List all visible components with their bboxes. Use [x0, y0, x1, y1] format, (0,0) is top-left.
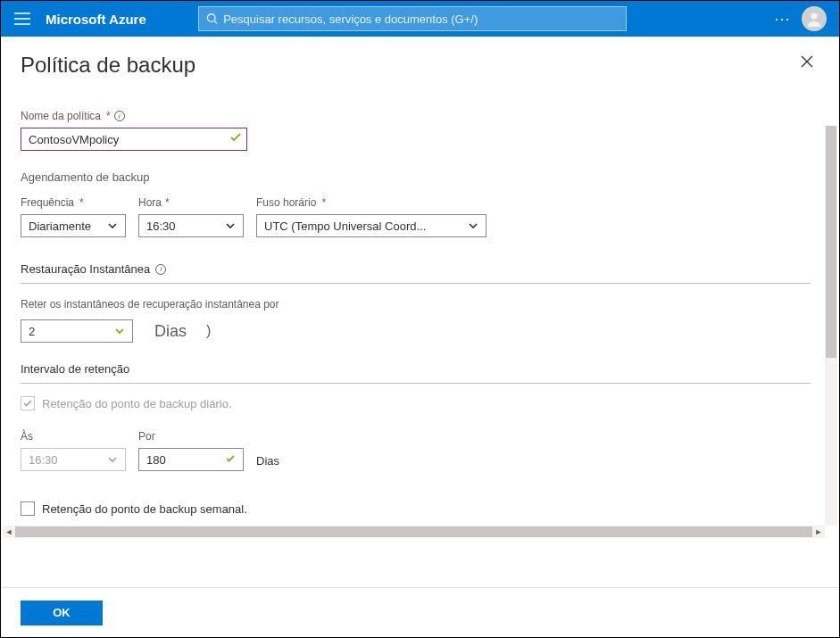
- blade-body: Política de backup Nome da política* i A…: [1, 37, 839, 588]
- time-value: 16:30: [146, 220, 176, 233]
- brand-label: Microsoft Azure: [40, 12, 162, 27]
- daily-retention-checkbox: [21, 396, 35, 410]
- frequency-value: Diariamente: [29, 220, 91, 233]
- info-icon[interactable]: i: [155, 264, 166, 275]
- policy-name-input[interactable]: [21, 128, 247, 151]
- scroll-left-arrow[interactable]: ◄: [3, 526, 15, 538]
- timezone-value: UTC (Tempo Universal Coord...: [264, 220, 426, 233]
- retention-heading: Intervalo de retenção: [21, 362, 811, 384]
- info-icon[interactable]: i: [114, 111, 125, 121]
- at-select: 16:30: [21, 448, 126, 471]
- timezone-select[interactable]: UTC (Tempo Universal Coord...: [256, 214, 487, 237]
- check-icon: [225, 453, 236, 467]
- search-icon: [206, 12, 218, 25]
- instant-restore-value: 2: [29, 325, 35, 338]
- for-label: Por: [138, 430, 244, 443]
- scrollbar-thumb[interactable]: [15, 526, 812, 537]
- weekly-retention-label: Retenção do ponto de backup semanal.: [42, 502, 247, 516]
- chevron-down-icon: [468, 220, 478, 231]
- blade-footer: OK: [1, 587, 839, 637]
- frequency-select[interactable]: Diariamente: [21, 214, 126, 237]
- daily-retention-label: Retenção do ponto de backup diário.: [42, 397, 232, 410]
- header-more-button[interactable]: ⋯: [766, 9, 798, 29]
- required-asterisk: *: [106, 110, 111, 122]
- chevron-down-icon: [107, 220, 118, 231]
- scroll-right-arrow[interactable]: ►: [812, 526, 825, 538]
- at-label: Às: [21, 430, 126, 443]
- chevron-down-icon: [107, 454, 118, 465]
- schedule-heading: Agendamento de backup: [21, 170, 819, 184]
- vertical-scrollbar[interactable]: [825, 126, 837, 526]
- close-button[interactable]: [800, 54, 814, 72]
- ok-button[interactable]: OK: [21, 601, 103, 626]
- svg-point-1: [811, 13, 818, 20]
- chevron-down-icon: [225, 220, 236, 231]
- chevron-down-icon: [114, 326, 125, 336]
- user-icon: [805, 10, 823, 28]
- hamburger-menu-button[interactable]: [4, 1, 40, 37]
- top-header: Microsoft Azure ⋯: [1, 1, 839, 37]
- timezone-label: Fuso horário*: [256, 196, 487, 209]
- time-label: Hora*: [138, 196, 244, 209]
- instant-restore-heading: Restauração Instantânea i: [21, 262, 811, 284]
- hamburger-icon: [14, 12, 30, 25]
- paren-text: ): [206, 323, 211, 339]
- weekly-retention-checkbox[interactable]: [21, 501, 35, 516]
- avatar[interactable]: [802, 6, 827, 31]
- search-box[interactable]: [198, 6, 627, 31]
- at-value: 16:30: [29, 453, 58, 467]
- check-icon: [22, 398, 33, 409]
- for-unit-label: Dias: [256, 454, 279, 468]
- for-input[interactable]: 180: [138, 448, 244, 471]
- policy-name-label: Nome da política* i: [21, 110, 819, 122]
- search-input[interactable]: [223, 12, 619, 26]
- blade-title: Política de backup: [21, 53, 819, 78]
- frequency-label: Frequência*: [21, 196, 126, 209]
- instant-restore-label: Reter os instantâneos de recuperação ins…: [21, 298, 819, 311]
- instant-restore-days-select[interactable]: 2: [21, 319, 133, 343]
- close-icon: [800, 54, 814, 69]
- days-label: Dias: [154, 322, 187, 341]
- time-select[interactable]: 16:30: [138, 214, 244, 237]
- horizontal-scrollbar[interactable]: ◄ ►: [3, 526, 825, 538]
- search-container: [198, 6, 627, 31]
- svg-point-0: [207, 14, 215, 22]
- for-value: 180: [146, 453, 166, 467]
- scrollbar-thumb[interactable]: [826, 126, 836, 358]
